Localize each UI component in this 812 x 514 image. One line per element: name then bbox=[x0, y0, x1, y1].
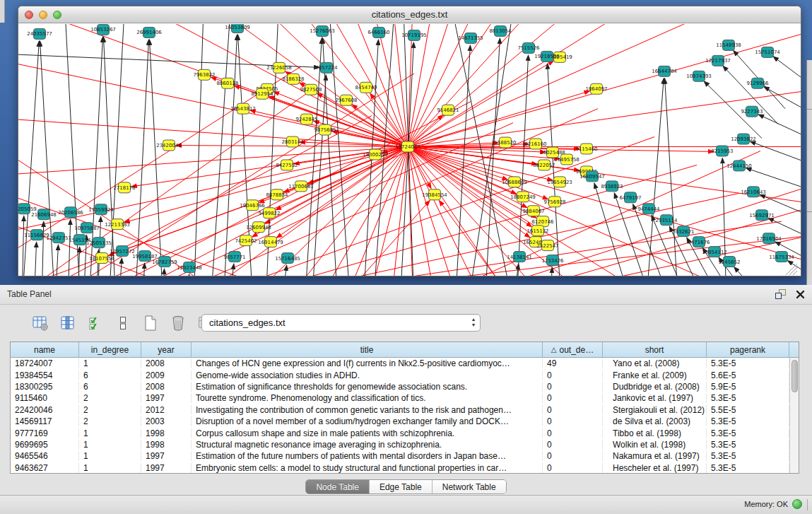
graph-node[interactable]: 1588520 bbox=[494, 137, 516, 148]
cell-pagerank: 5.3E-5 bbox=[707, 428, 789, 438]
cell-in_degree: 2 bbox=[79, 393, 141, 403]
graph-node-label: 12942757 bbox=[46, 235, 71, 241]
graph-node[interactable]: 19046766 bbox=[240, 200, 265, 211]
graph-node[interactable]: 8938923 bbox=[601, 181, 623, 192]
tab-network-table[interactable]: Network Table bbox=[433, 480, 506, 493]
row-height-icon[interactable] bbox=[114, 314, 132, 332]
cell-year: 2008 bbox=[141, 358, 192, 368]
graph-node[interactable]: 10853267 bbox=[90, 24, 116, 35]
cell-short: Wolkin et al. (1998) bbox=[603, 440, 707, 450]
graph-node[interactable]: 8427552 bbox=[276, 160, 298, 170]
graph-node[interactable]: 15751074 bbox=[755, 47, 780, 57]
graph-node[interactable]: 19654923 bbox=[547, 177, 572, 187]
delete-column-icon[interactable] bbox=[169, 314, 187, 332]
right-panel-edge[interactable] bbox=[806, 60, 812, 285]
close-panel-icon[interactable] bbox=[796, 289, 805, 302]
graph-node[interactable]: 12923448 bbox=[177, 262, 202, 273]
graph-node[interactable]: 10688609 bbox=[502, 177, 527, 187]
cell-in_degree: 1 bbox=[79, 358, 141, 368]
memory-status-icon[interactable] bbox=[792, 499, 802, 509]
table-tabs-row: Node TableEdge TableNetwork Table bbox=[0, 479, 812, 494]
window-titlebar[interactable]: citations_edges.txt bbox=[18, 6, 801, 23]
graph-node[interactable]: 9756928 bbox=[543, 197, 565, 207]
graph-node[interactable]: 8860128 bbox=[216, 78, 238, 88]
graph-node[interactable]: 2718176 bbox=[113, 182, 135, 193]
cell-title: Embryonic stem cells: a model to study s… bbox=[192, 463, 543, 473]
canvas-resize-grip[interactable] bbox=[793, 271, 797, 275]
graph-node[interactable]: 7857224 bbox=[315, 62, 338, 73]
graph-node[interactable]: 8186328 bbox=[282, 74, 304, 84]
graph-node-label: 7832621 bbox=[672, 229, 694, 235]
graph-node[interactable]: 16644784 bbox=[652, 66, 677, 76]
table-row[interactable]: 2242004622012Investigating the contribut… bbox=[11, 404, 789, 416]
graph-node[interactable]: 9245652 bbox=[718, 257, 740, 267]
table-row[interactable]: 946362711997Embryonic stem cells: a mode… bbox=[11, 462, 789, 474]
graph-node-label: 16409547 bbox=[579, 174, 605, 180]
graph-node[interactable]: 1864097 bbox=[585, 83, 607, 94]
graph-node[interactable]: 8822057 bbox=[533, 160, 555, 170]
graph-node[interactable]: 24035577 bbox=[27, 28, 52, 39]
tab-node-table[interactable]: Node Table bbox=[306, 480, 370, 493]
graph-node[interactable]: 10975887 bbox=[74, 223, 100, 233]
table-row[interactable]: 1830029562008Estimation of significance … bbox=[11, 381, 789, 392]
show-columns-icon[interactable] bbox=[59, 314, 77, 332]
graph-node[interactable]: 6466160 bbox=[367, 27, 389, 37]
graph-node[interactable]: 17016504 bbox=[756, 233, 782, 244]
graph-node[interactable]: 7963822 bbox=[193, 69, 215, 80]
graph-node[interactable]: 26991406 bbox=[136, 27, 162, 37]
column-header-in_degree[interactable]: in_degree bbox=[79, 342, 141, 357]
graph-node[interactable]: 16543812 bbox=[230, 103, 256, 114]
graph-node[interactable]: 11675334 bbox=[769, 252, 794, 262]
select-columns-icon[interactable] bbox=[86, 314, 105, 332]
table-mode-icon[interactable] bbox=[31, 314, 49, 332]
column-header-year[interactable]: year bbox=[141, 342, 192, 357]
column-header-pagerank[interactable]: pagerank bbox=[707, 342, 789, 357]
graph-node[interactable]: 23420046 bbox=[156, 140, 182, 151]
graph-node-label: 7857224 bbox=[315, 65, 338, 71]
cell-in_degree: 6 bbox=[79, 382, 141, 392]
column-header-name[interactable]: name bbox=[11, 342, 79, 357]
graph-node[interactable]: 9474444 bbox=[637, 204, 660, 214]
graph-node[interactable]: 11548938 bbox=[716, 40, 741, 50]
table-row[interactable]: 911546021997Tourette syndrome. Phenomeno… bbox=[11, 392, 789, 404]
table-row[interactable]: 946554611997Estimation of the future num… bbox=[11, 450, 789, 462]
table-row[interactable]: 1938455462009Genome-wide association stu… bbox=[11, 369, 789, 380]
graph-node[interactable]: 2935114 bbox=[655, 215, 678, 226]
float-panel-icon[interactable] bbox=[775, 289, 786, 302]
graph-node[interactable]: 12093822 bbox=[731, 134, 756, 144]
table-scrollbar-track[interactable] bbox=[789, 358, 799, 473]
left-panel-edge[interactable] bbox=[0, 0, 5, 23]
graph-node[interactable]: 8216160 bbox=[524, 139, 546, 149]
graph-node[interactable]: 9129966 bbox=[746, 78, 768, 88]
graph-node[interactable]: 9242845 bbox=[295, 114, 317, 124]
column-header-short[interactable]: short bbox=[603, 342, 707, 357]
table-selector-dropdown[interactable]: citations_edges.txt ▴▾ bbox=[201, 314, 481, 332]
tab-edge-table[interactable]: Edge Table bbox=[370, 480, 433, 493]
canvas-resize-grip[interactable] bbox=[789, 267, 797, 275]
graph-node[interactable]: 9115460 bbox=[575, 144, 597, 154]
graph-node-label: 9129966 bbox=[746, 81, 768, 86]
graph-node[interactable]: 19384554 bbox=[422, 189, 447, 200]
graph-node[interactable]: 17359924 bbox=[88, 204, 114, 215]
network-canvas[interactable]: 1872400718300295232260589827505165438127… bbox=[18, 24, 801, 276]
graph-node[interactable]: 23226058 bbox=[266, 62, 292, 73]
table-scrollbar-thumb[interactable] bbox=[792, 360, 798, 392]
graph-node[interactable]: 12942757 bbox=[46, 233, 71, 243]
cell-pagerank: 5.3E-5 bbox=[707, 440, 789, 450]
table-row[interactable]: 1872400712008Changes of HCN gene express… bbox=[11, 358, 789, 369]
graph-node[interactable]: 6479197 bbox=[619, 192, 641, 203]
graph-node[interactable]: 8215953 bbox=[711, 146, 733, 156]
column-header-out_degree[interactable]: △out_de… bbox=[543, 342, 603, 357]
graph-node[interactable]: 10974393 bbox=[686, 71, 712, 81]
table-row[interactable]: 977716911998Corpus callosum shape and si… bbox=[11, 427, 789, 438]
graph-node[interactable]: 12217937 bbox=[705, 55, 731, 66]
table-row[interactable]: 969969511998Structural magnetic resonanc… bbox=[11, 439, 789, 450]
graph-node[interactable]: 12444150 bbox=[726, 160, 752, 171]
graph-node[interactable]: 14671355 bbox=[458, 33, 483, 43]
create-column-icon[interactable] bbox=[141, 314, 160, 332]
column-header-title[interactable]: title bbox=[192, 342, 543, 357]
graph-node[interactable]: 9857771 bbox=[223, 252, 245, 262]
graph-node-label: 8427552 bbox=[276, 163, 298, 168]
graph-node[interactable]: 10719195 bbox=[401, 30, 427, 40]
table-row[interactable]: 1456911722003Disruption of a novel membe… bbox=[11, 416, 789, 427]
